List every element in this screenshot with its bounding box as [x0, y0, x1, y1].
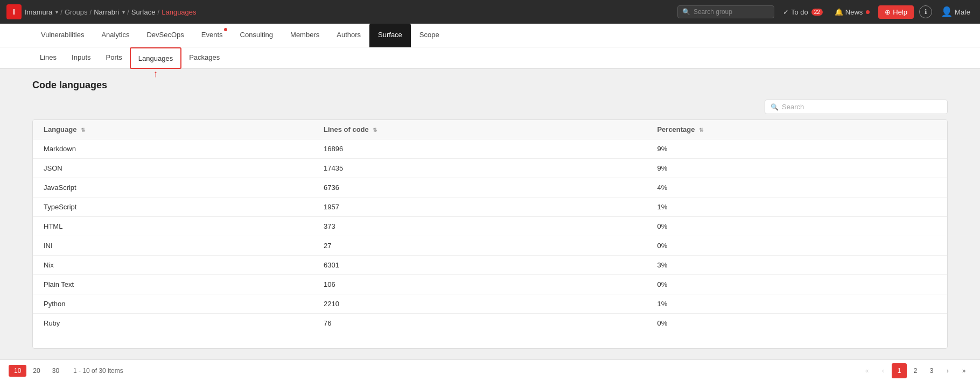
todo-badge: 22: [811, 9, 823, 16]
cell-language-4: HTML: [33, 217, 313, 236]
tab-bar: Vulnerabilities Analytics DevSecOps Even…: [0, 24, 980, 47]
breadcrumb-imamura-dropdown[interactable]: ▾: [55, 9, 58, 15]
languages-table: Language ⇅ Lines of code ⇅ Percentage ⇅ …: [33, 120, 947, 333]
page-size-10[interactable]: 10: [9, 365, 26, 377]
sort-lines-icon[interactable]: ⇅: [373, 127, 377, 133]
cell-lines-9: 76: [313, 314, 646, 333]
breadcrumb-narrabri[interactable]: Narrabri: [94, 8, 119, 16]
breadcrumb-imamura[interactable]: Imamura: [25, 8, 52, 16]
cell-lines-2: 6736: [313, 178, 646, 197]
navbar-right: 🔍 ✓ To do 22 🔔 News ⊕ Help ℹ 👤 Mafe: [677, 4, 974, 20]
sub-tab-languages[interactable]: Languages ↑: [130, 47, 181, 69]
tab-analytics[interactable]: Analytics: [93, 24, 138, 47]
tab-vulnerabilities[interactable]: Vulnerabilities: [32, 24, 93, 47]
cell-lines-7: 106: [313, 275, 646, 294]
table-row: TypeScript 1957 1%: [33, 197, 947, 217]
search-group[interactable]: 🔍: [677, 5, 774, 18]
breadcrumb: Imamura ▾ / Groups / Narrabri ▾ / Surfac…: [25, 8, 197, 16]
logo: I: [6, 4, 22, 19]
cell-percentage-6: 3%: [646, 256, 947, 275]
cell-percentage-7: 0%: [646, 275, 947, 294]
sub-tab-inputs[interactable]: Inputs: [64, 47, 98, 69]
cell-language-9: Ruby: [33, 314, 313, 333]
cell-lines-8: 2210: [313, 294, 646, 314]
table-row: Nix 6301 3%: [33, 256, 947, 275]
page-size-20[interactable]: 20: [27, 365, 45, 377]
page-title: Code languages: [32, 80, 948, 91]
help-button[interactable]: ⊕ Help: [878, 5, 914, 19]
cell-language-0: Markdown: [33, 139, 313, 159]
sub-tab-packages[interactable]: Packages: [181, 47, 227, 69]
user-icon: 👤: [941, 6, 953, 18]
table-row: Markdown 16896 9%: [33, 139, 947, 159]
navbar-left: I Imamura ▾ / Groups / Narrabri ▾ / Surf…: [6, 4, 197, 19]
table-row: Python 2210 1%: [33, 294, 947, 314]
bell-icon: 🔔: [835, 8, 843, 16]
news-button[interactable]: 🔔 News: [831, 6, 873, 18]
sort-percentage-icon[interactable]: ⇅: [699, 127, 703, 133]
col-language[interactable]: Language ⇅: [33, 120, 313, 139]
cell-percentage-8: 1%: [646, 294, 947, 314]
table-row: JSON 17435 9%: [33, 159, 947, 178]
cell-percentage-9: 0%: [646, 314, 947, 333]
first-page-button[interactable]: «: [859, 363, 874, 378]
info-button[interactable]: ℹ: [919, 5, 932, 18]
tab-consulting[interactable]: Consulting: [232, 24, 282, 47]
cell-language-6: Nix: [33, 256, 313, 275]
cell-language-5: INI: [33, 236, 313, 256]
user-menu[interactable]: 👤 Mafe: [937, 4, 974, 20]
cell-percentage-4: 0%: [646, 217, 947, 236]
page-1-button[interactable]: 1: [892, 363, 907, 378]
tab-scope[interactable]: Scope: [411, 24, 448, 47]
tab-surface[interactable]: Surface: [369, 24, 411, 47]
breadcrumb-surface[interactable]: Surface: [131, 8, 156, 16]
page-2-button[interactable]: 2: [908, 363, 923, 378]
cell-language-7: Plain Text: [33, 275, 313, 294]
table-container: Language ⇅ Lines of code ⇅ Percentage ⇅ …: [32, 119, 948, 349]
page-size-buttons: 10 20 30: [9, 365, 65, 377]
search-group-input[interactable]: [694, 8, 769, 16]
sub-tab-lines[interactable]: Lines: [32, 47, 64, 69]
plus-icon: ⊕: [885, 8, 891, 16]
sort-language-icon[interactable]: ⇅: [81, 127, 85, 133]
table-search-row: 🔍: [32, 100, 948, 114]
table-search[interactable]: 🔍: [765, 100, 948, 114]
table-row: INI 27 0%: [33, 236, 947, 256]
page-3-button[interactable]: 3: [924, 363, 939, 378]
prev-page-button[interactable]: ‹: [876, 363, 891, 378]
pagination-left: 10 20 30 1 - 10 of 30 items: [9, 365, 123, 377]
cell-lines-5: 27: [313, 236, 646, 256]
cell-percentage-0: 9%: [646, 139, 947, 159]
cell-percentage-2: 4%: [646, 178, 947, 197]
next-page-button[interactable]: ›: [940, 363, 955, 378]
sub-tab-ports[interactable]: Ports: [99, 47, 130, 69]
cell-language-3: TypeScript: [33, 197, 313, 217]
last-page-button[interactable]: »: [956, 363, 971, 378]
cell-language-1: JSON: [33, 159, 313, 178]
col-percentage[interactable]: Percentage ⇅: [646, 120, 947, 139]
tab-members[interactable]: Members: [282, 24, 328, 47]
table-row: JavaScript 6736 4%: [33, 178, 947, 197]
page-info: 1 - 10 of 30 items: [73, 367, 123, 375]
todo-label: To do: [791, 8, 808, 16]
breadcrumb-groups[interactable]: Groups: [65, 8, 88, 16]
page-size-30[interactable]: 30: [47, 365, 65, 377]
navbar: I Imamura ▾ / Groups / Narrabri ▾ / Surf…: [0, 0, 980, 24]
breadcrumb-narrabri-dropdown[interactable]: ▾: [122, 9, 125, 15]
table-row: HTML 373 0%: [33, 217, 947, 236]
news-label: News: [845, 8, 863, 16]
breadcrumb-languages: Languages: [162, 8, 196, 16]
cell-lines-1: 17435: [313, 159, 646, 178]
col-lines[interactable]: Lines of code ⇅: [313, 120, 646, 139]
cell-percentage-5: 0%: [646, 236, 947, 256]
user-label: Mafe: [955, 8, 970, 16]
todo-button[interactable]: ✓ To do 22: [780, 6, 826, 18]
cell-language-2: JavaScript: [33, 178, 313, 197]
sub-tab-bar: Lines Inputs Ports Languages ↑ Packages: [0, 47, 980, 69]
help-label: Help: [893, 8, 907, 16]
tab-events[interactable]: Events: [193, 24, 232, 47]
tab-devsecops[interactable]: DevSecOps: [138, 24, 192, 47]
cell-lines-6: 6301: [313, 256, 646, 275]
table-search-input[interactable]: [782, 103, 942, 111]
tab-authors[interactable]: Authors: [328, 24, 369, 47]
